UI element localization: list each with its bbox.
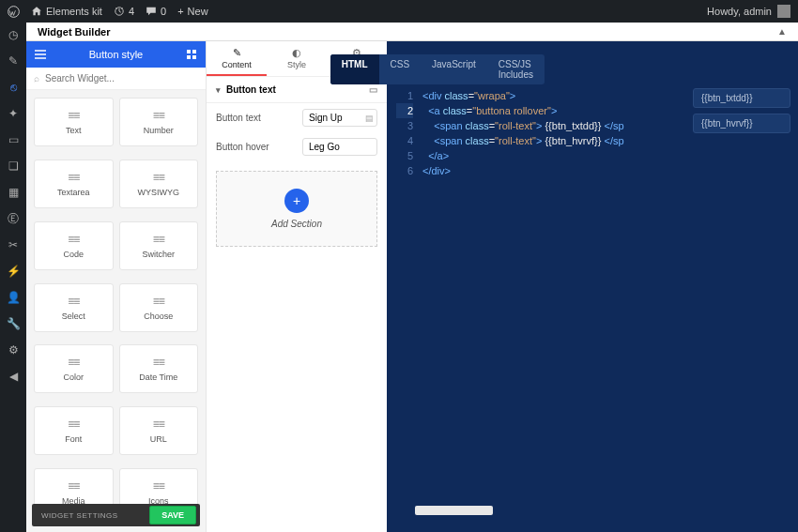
widget-icon: ≡≡ [153, 418, 164, 431]
field-input[interactable] [302, 138, 377, 156]
comments-count: 0 [161, 6, 166, 17]
rail-posts-icon[interactable]: ✎ [7, 54, 20, 68]
widget-label: Switcher [142, 250, 175, 259]
properties-panel: ✎Content◐Style⚙Advanced ▾Button text ▭ B… [207, 41, 387, 532]
tab-style[interactable]: ◐Style [267, 41, 327, 76]
field-row: Button text▤ [207, 103, 387, 132]
widget-icon: ≡≡ [153, 171, 164, 184]
site-link[interactable]: Elements kit [31, 6, 102, 17]
widget-icon: ≡≡ [153, 356, 164, 369]
widget-card-textarea[interactable]: ≡≡Textarea [34, 160, 114, 208]
save-button[interactable]: SAVE [149, 506, 196, 524]
rail-appearance-icon[interactable]: ✂ [7, 238, 20, 251]
menu-icon[interactable] [34, 48, 47, 61]
preview-pane: HTMLCSSJavaScriptCSS/JS Includes 123456 … [387, 41, 798, 532]
widget-card-font[interactable]: ≡≡Font [34, 406, 114, 455]
svg-rect-3 [187, 55, 191, 59]
add-section-label: Add Section [271, 219, 322, 229]
rail-elements-icon[interactable]: ⎋ [7, 81, 20, 94]
widget-icon: ≡≡ [68, 356, 79, 369]
widget-icon: ≡≡ [68, 233, 79, 246]
widget-card-switcher[interactable]: ≡≡Switcher [119, 221, 199, 270]
widget-icon: ≡≡ [153, 233, 164, 246]
code-editor[interactable]: 123456 <div class="wrapa"> <a class="but… [396, 88, 685, 494]
widget-icon: ≡≡ [68, 418, 79, 431]
variable-chip[interactable]: {{btn_txtdd}} [693, 88, 790, 108]
code-tab-css-js-includes[interactable]: CSS/JS Includes [487, 54, 545, 84]
howdy-text[interactable]: Howdy, admin [707, 6, 772, 17]
widget-icon: ≡≡ [68, 171, 79, 184]
code-tab-html[interactable]: HTML [330, 54, 379, 84]
rail-tools-icon[interactable]: 🔧 [7, 317, 20, 330]
horizontal-scrollbar[interactable] [415, 506, 545, 515]
rail-media-icon[interactable]: ✦ [7, 107, 20, 120]
widget-label: Color [63, 372, 84, 382]
grid-view-icon[interactable] [185, 48, 198, 61]
widget-label: Choose [144, 312, 173, 321]
add-section-area: + Add Section [216, 171, 377, 247]
field-row: Button hover [207, 132, 387, 161]
widget-label: Textarea [57, 188, 90, 197]
rail-pages-icon[interactable]: ▭ [7, 133, 20, 146]
widget-card-url[interactable]: ≡≡URL [119, 406, 199, 455]
comments-link[interactable]: 0 [146, 6, 166, 17]
section-info-icon[interactable]: ▭ [369, 84, 377, 95]
rail-collapse-icon[interactable]: ◀ [7, 370, 20, 383]
code-tab-css[interactable]: CSS [379, 54, 422, 84]
rail-comments-icon[interactable]: ❏ [7, 160, 20, 173]
search-icon: ⌕ [34, 73, 39, 84]
widget-label: URL [150, 434, 167, 444]
widget-card-text[interactable]: ≡≡Text [34, 98, 114, 146]
widget-card-choose[interactable]: ≡≡Choose [119, 283, 199, 332]
rail-plugins-icon[interactable]: ⚡ [7, 265, 20, 278]
widget-card-wysiwyg[interactable]: ≡≡WYSIWYG [119, 160, 199, 208]
svg-rect-1 [187, 50, 191, 53]
tab-content[interactable]: ✎Content [207, 41, 267, 76]
dynamic-icon[interactable]: ▤ [365, 114, 374, 123]
widget-card-date-time[interactable]: ≡≡Date Time [119, 344, 199, 393]
rail-templates-icon[interactable]: ▦ [7, 186, 20, 199]
widget-icon: ≡≡ [68, 295, 79, 308]
palette-footer: WIDGET SETTINGS SAVE [32, 504, 200, 526]
widget-palette: Button style ⌕ ≡≡Text≡≡Number≡≡Textarea≡… [26, 41, 207, 532]
widget-label: Code [63, 250, 84, 259]
variable-chip[interactable]: {{btn_hvrvf}} [693, 114, 790, 133]
title-bar: Widget Builder ▲ [26, 23, 798, 41]
variables-panel: {{btn_txtdd}}{{btn_hvrvf}} [685, 41, 798, 532]
svg-rect-2 [192, 50, 196, 53]
new-link[interactable]: +New [177, 6, 207, 17]
avatar[interactable] [777, 5, 790, 18]
page-title: Widget Builder [38, 26, 111, 38]
widget-settings-link[interactable]: WIDGET SETTINGS [41, 511, 118, 520]
rail-dashboard-icon[interactable]: ◷ [7, 28, 20, 41]
search-input[interactable] [45, 73, 198, 84]
caret-down-icon: ▾ [216, 85, 221, 95]
rail-settings-icon[interactable]: ⚙ [7, 343, 20, 357]
svg-rect-4 [192, 55, 196, 59]
code-tab-javascript[interactable]: JavaScript [421, 54, 487, 84]
widget-card-code[interactable]: ≡≡Code [34, 221, 114, 270]
admin-bar: Elements kit 4 0 +New Howdy, admin [0, 0, 798, 23]
updates-count: 4 [129, 6, 134, 17]
widget-label: WYSIWYG [138, 188, 180, 197]
updates-link[interactable]: 4 [114, 6, 134, 17]
field-label: Button hover [216, 142, 269, 152]
site-name: Elements kit [46, 6, 102, 17]
tab-icon: ✎ [233, 47, 241, 59]
widget-icon: ≡≡ [153, 479, 164, 493]
widget-label: Font [65, 434, 82, 444]
collapse-panel-icon[interactable]: ▲ [777, 26, 787, 37]
main: Widget Builder ▲ Button style ⌕ ≡≡Text≡≡… [26, 23, 798, 532]
widget-icon: ≡≡ [68, 109, 79, 122]
rail-users-icon[interactable]: 👤 [7, 291, 20, 304]
widget-card-color[interactable]: ≡≡Color [34, 344, 114, 393]
widget-card-number[interactable]: ≡≡Number [119, 98, 199, 146]
add-section-button[interactable]: + [284, 189, 309, 213]
widget-card-select[interactable]: ≡≡Select [34, 283, 114, 332]
tab-label: Style [287, 60, 306, 69]
widget-label: Text [66, 126, 82, 135]
wp-logo-icon[interactable] [8, 6, 20, 18]
palette-title: Button style [89, 49, 143, 60]
tab-label: Content [222, 60, 252, 69]
rail-elementor-icon[interactable]: Ⓔ [7, 212, 20, 225]
